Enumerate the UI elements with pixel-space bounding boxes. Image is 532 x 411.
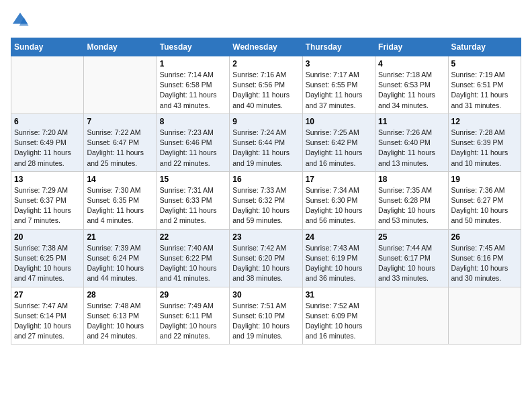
calendar-cell: 2Sunrise: 7:16 AMSunset: 6:56 PMDaylight… [230,56,302,114]
day-detail: Sunrise: 7:39 AMSunset: 6:24 PMDaylight:… [87,243,153,284]
calendar-cell: 5Sunrise: 7:19 AMSunset: 6:51 PMDaylight… [448,56,521,114]
calendar-cell: 9Sunrise: 7:24 AMSunset: 6:44 PMDaylight… [230,113,302,171]
day-detail: Sunrise: 7:25 AMSunset: 6:42 PMDaylight:… [306,128,372,169]
sunrise-text: Sunrise: 7:42 AM [232,244,286,252]
daylight-text: Daylight: 10 hours and 30 minutes. [451,264,508,282]
day-detail: Sunrise: 7:19 AMSunset: 6:51 PMDaylight:… [451,70,518,111]
day-detail: Sunrise: 7:23 AMSunset: 6:46 PMDaylight:… [160,128,226,169]
day-number: 14 [87,175,153,184]
calendar-cell [84,56,157,114]
sunrise-text: Sunrise: 7:40 AM [160,244,214,252]
sunset-text: Sunset: 6:27 PM [451,196,504,204]
day-detail: Sunrise: 7:34 AMSunset: 6:30 PMDaylight:… [306,185,372,226]
sunrise-text: Sunrise: 7:18 AM [378,71,432,79]
column-header-friday: Friday [375,38,448,56]
sunrise-text: Sunrise: 7:44 AM [378,244,432,252]
day-detail: Sunrise: 7:49 AMSunset: 6:11 PMDaylight:… [160,301,226,342]
calendar-cell: 1Sunrise: 7:14 AMSunset: 6:58 PMDaylight… [157,56,229,114]
sunrise-text: Sunrise: 7:24 AM [232,128,286,136]
sunset-text: Sunset: 6:09 PM [306,312,358,320]
daylight-text: Daylight: 10 hours and 33 minutes. [378,264,435,282]
calendar-week-row: 27Sunrise: 7:47 AMSunset: 6:14 PMDayligh… [11,287,521,345]
sunrise-text: Sunrise: 7:48 AM [87,302,140,310]
sunset-text: Sunset: 6:58 PM [160,81,212,89]
logo-icon [11,11,30,30]
calendar-week-row: 6Sunrise: 7:20 AMSunset: 6:49 PMDaylight… [11,113,521,171]
day-detail: Sunrise: 7:18 AMSunset: 6:53 PMDaylight:… [378,70,445,111]
daylight-text: Daylight: 10 hours and 50 minutes. [451,206,508,224]
daylight-text: Daylight: 10 hours and 19 minutes. [232,322,290,340]
day-number: 16 [232,175,299,184]
day-detail: Sunrise: 7:36 AMSunset: 6:27 PMDaylight:… [451,185,518,226]
day-number: 28 [87,290,153,300]
daylight-text: Daylight: 10 hours and 41 minutes. [160,264,217,282]
day-detail: Sunrise: 7:20 AMSunset: 6:49 PMDaylight:… [14,128,81,169]
day-detail: Sunrise: 7:24 AMSunset: 6:44 PMDaylight:… [232,128,299,169]
calendar-cell: 4Sunrise: 7:18 AMSunset: 6:53 PMDaylight… [375,56,448,114]
calendar-cell: 22Sunrise: 7:40 AMSunset: 6:22 PMDayligh… [157,229,229,287]
calendar-cell: 29Sunrise: 7:49 AMSunset: 6:11 PMDayligh… [157,287,229,345]
sunset-text: Sunset: 6:32 PM [232,196,285,204]
sunset-text: Sunset: 6:22 PM [160,254,212,262]
day-detail: Sunrise: 7:44 AMSunset: 6:17 PMDaylight:… [378,243,445,284]
day-number: 18 [378,175,445,184]
day-number: 7 [87,117,153,126]
sunset-text: Sunset: 6:56 PM [232,81,285,89]
daylight-text: Daylight: 11 hours and 31 minutes. [451,91,508,109]
sunrise-text: Sunrise: 7:22 AM [87,128,140,136]
sunset-text: Sunset: 6:10 PM [232,312,285,320]
day-number: 19 [451,175,518,184]
daylight-text: Daylight: 10 hours and 16 minutes. [306,322,363,340]
daylight-text: Daylight: 10 hours and 38 minutes. [232,264,290,282]
sunrise-text: Sunrise: 7:14 AM [160,71,214,79]
sunset-text: Sunset: 6:37 PM [14,196,66,204]
sunset-text: Sunset: 6:20 PM [232,254,285,262]
day-number: 29 [160,290,226,300]
sunrise-text: Sunrise: 7:35 AM [378,186,432,194]
calendar-cell [11,56,84,114]
day-number: 4 [378,59,445,68]
sunset-text: Sunset: 6:30 PM [306,196,358,204]
day-number: 10 [306,117,372,126]
day-detail: Sunrise: 7:16 AMSunset: 6:56 PMDaylight:… [232,70,299,111]
calendar-cell: 8Sunrise: 7:23 AMSunset: 6:46 PMDaylight… [157,113,229,171]
day-number: 17 [306,175,372,184]
calendar-cell: 15Sunrise: 7:31 AMSunset: 6:33 PMDayligh… [157,171,229,229]
calendar-cell: 3Sunrise: 7:17 AMSunset: 6:55 PMDaylight… [302,56,375,114]
day-number: 27 [14,290,81,300]
sunrise-text: Sunrise: 7:28 AM [451,128,505,136]
calendar-cell: 7Sunrise: 7:22 AMSunset: 6:47 PMDaylight… [84,113,157,171]
sunset-text: Sunset: 6:55 PM [306,81,358,89]
daylight-text: Daylight: 10 hours and 47 minutes. [14,264,71,282]
day-number: 25 [378,232,445,242]
calendar-cell: 10Sunrise: 7:25 AMSunset: 6:42 PMDayligh… [302,113,375,171]
calendar-cell: 31Sunrise: 7:52 AMSunset: 6:09 PMDayligh… [302,287,375,345]
sunrise-text: Sunrise: 7:29 AM [14,186,68,194]
daylight-text: Daylight: 10 hours and 59 minutes. [232,206,290,224]
daylight-text: Daylight: 11 hours and 2 minutes. [160,206,217,224]
calendar-cell [375,287,448,345]
calendar-cell: 27Sunrise: 7:47 AMSunset: 6:14 PMDayligh… [11,287,84,345]
calendar-cell: 11Sunrise: 7:26 AMSunset: 6:40 PMDayligh… [375,113,448,171]
calendar-cell: 20Sunrise: 7:38 AMSunset: 6:25 PMDayligh… [11,229,84,287]
day-detail: Sunrise: 7:33 AMSunset: 6:32 PMDaylight:… [232,185,299,226]
day-number: 23 [232,232,299,242]
daylight-text: Daylight: 11 hours and 43 minutes. [160,91,217,109]
day-detail: Sunrise: 7:47 AMSunset: 6:14 PMDaylight:… [14,301,81,342]
daylight-text: Daylight: 10 hours and 27 minutes. [14,322,71,340]
column-header-wednesday: Wednesday [230,38,302,56]
day-detail: Sunrise: 7:17 AMSunset: 6:55 PMDaylight:… [306,70,372,111]
daylight-text: Daylight: 11 hours and 10 minutes. [451,148,508,167]
day-detail: Sunrise: 7:43 AMSunset: 6:19 PMDaylight:… [306,243,372,284]
calendar-cell: 28Sunrise: 7:48 AMSunset: 6:13 PMDayligh… [84,287,157,345]
sunrise-text: Sunrise: 7:33 AM [232,186,286,194]
day-detail: Sunrise: 7:45 AMSunset: 6:16 PMDaylight:… [451,243,518,284]
sunrise-text: Sunrise: 7:30 AM [87,186,140,194]
sunrise-text: Sunrise: 7:49 AM [160,302,214,310]
daylight-text: Daylight: 11 hours and 22 minutes. [160,148,217,167]
sunset-text: Sunset: 6:35 PM [87,196,139,204]
day-number: 13 [14,175,81,184]
sunset-text: Sunset: 6:44 PM [232,138,285,146]
sunrise-text: Sunrise: 7:20 AM [14,128,68,136]
day-detail: Sunrise: 7:28 AMSunset: 6:39 PMDaylight:… [451,128,518,169]
